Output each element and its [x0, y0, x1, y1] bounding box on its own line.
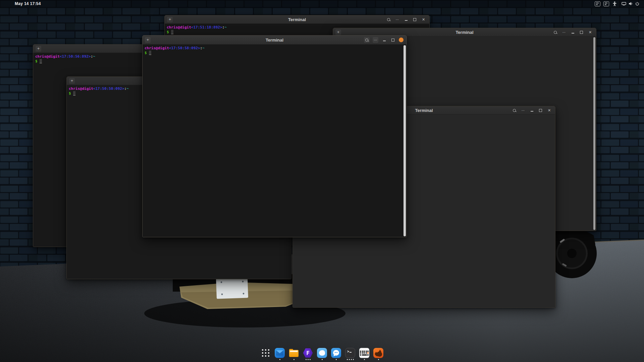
search-icon[interactable]: [512, 108, 517, 113]
dock-item-terminal[interactable]: >: [345, 348, 356, 361]
running-indicator: [306, 359, 311, 361]
terminal-content[interactable]: chris@digit<17:50:58:092>:~ $ _: [143, 45, 407, 237]
close-icon[interactable]: [399, 38, 404, 42]
close-icon[interactable]: ✕: [587, 29, 593, 35]
prompt-user: chris@digit: [145, 46, 169, 50]
files-icon: [289, 348, 299, 358]
running-indicator: [378, 359, 379, 361]
dock-item-fox-reader[interactable]: [373, 348, 384, 361]
prompt-symbol: $: [69, 91, 71, 96]
dock-item-chat[interactable]: [331, 348, 341, 361]
titlebar[interactable]: + Terminal ⋯ ✕: [165, 15, 429, 24]
search-icon[interactable]: [386, 17, 391, 22]
freetube-icon: F: [303, 348, 313, 358]
show-apps-icon: [261, 348, 271, 358]
fox-reader-icon: [373, 348, 383, 358]
prompt-path: ~: [93, 54, 95, 59]
dock-item-show-apps[interactable]: [260, 348, 271, 361]
keyboard-layout-icon[interactable]: [595, 1, 600, 6]
new-tab-button[interactable]: +: [36, 46, 41, 52]
minimize-icon[interactable]: [403, 17, 409, 22]
prompt-symbol: $: [35, 59, 38, 63]
close-icon[interactable]: ✕: [546, 108, 552, 113]
prompt-time: <17:51:18:892>: [191, 25, 222, 29]
menu-icon[interactable]: ⋯: [373, 37, 378, 43]
network-icon: [622, 2, 626, 6]
minimize-icon[interactable]: [529, 108, 535, 113]
new-tab-button[interactable]: +: [69, 78, 75, 84]
prompt-user: chris@digit: [69, 86, 93, 91]
running-indicator: [279, 359, 280, 361]
minimize-icon[interactable]: [381, 37, 387, 43]
prompt-time: <17:50:58:092>: [169, 46, 200, 50]
search-icon[interactable]: [364, 37, 370, 43]
running-indicator: [293, 359, 294, 361]
prompt-time: <17:50:50:092>: [93, 86, 124, 91]
clock[interactable]: May 14 17:54: [15, 1, 41, 6]
mail-icon: [275, 348, 285, 358]
terminal-cursor: _: [149, 51, 151, 55]
running-indicator: [364, 359, 365, 361]
keyboard-icon: [359, 348, 369, 358]
prompt-path: ~: [126, 86, 129, 91]
menu-icon[interactable]: ⋯: [561, 29, 567, 35]
terminal-cursor: _: [40, 59, 42, 63]
system-menu[interactable]: [620, 1, 641, 6]
keyboard-layout-icon[interactable]: [603, 1, 609, 6]
scrollbar[interactable]: [404, 45, 406, 236]
terminal-icon: >: [345, 348, 355, 358]
top-bar: May 14 17:54: [0, 0, 644, 7]
scrollbar[interactable]: [593, 37, 595, 230]
volume-icon: [629, 2, 633, 6]
dock-item-cloud-notes[interactable]: [317, 348, 327, 361]
prompt-symbol: $: [145, 51, 147, 55]
close-icon[interactable]: ✕: [421, 17, 426, 22]
titlebar[interactable]: + Terminal ⋯: [143, 36, 407, 45]
power-icon: [635, 2, 639, 6]
dock: F >: [260, 348, 384, 361]
menu-icon[interactable]: ⋯: [520, 108, 526, 113]
prompt-path: ~: [224, 25, 227, 29]
chat-icon: [331, 348, 341, 358]
minimize-icon[interactable]: [570, 29, 576, 35]
dock-item-keyboard[interactable]: [359, 348, 370, 361]
maximize-icon[interactable]: [579, 29, 584, 35]
menu-icon[interactable]: ⋯: [394, 17, 400, 22]
new-tab-button[interactable]: +: [167, 17, 173, 22]
terminal-cursor: _: [73, 91, 75, 96]
prompt-time: <17:50:56:892>: [60, 54, 91, 59]
running-indicator: [336, 359, 337, 361]
terminal-window-b: + Terminal ⋯ chris@digit<17:50:58:092>:~…: [142, 35, 407, 237]
dock-item-files[interactable]: [288, 348, 299, 361]
running-indicator: [347, 359, 354, 361]
prompt-symbol: $: [167, 30, 169, 34]
maximize-icon[interactable]: [538, 108, 543, 113]
prompt-path: ~: [202, 46, 205, 50]
new-tab-button[interactable]: +: [335, 29, 341, 35]
maximize-icon[interactable]: [390, 37, 396, 43]
search-icon[interactable]: [552, 29, 558, 35]
prompt-user: chris@digit: [35, 54, 60, 59]
accessibility-icon[interactable]: [612, 1, 617, 6]
dock-item-mail[interactable]: [274, 348, 285, 361]
maximize-icon[interactable]: [412, 17, 418, 22]
prompt-user: chris@digit: [167, 25, 191, 29]
running-indicator: [322, 359, 323, 361]
system-tray: [595, 1, 641, 6]
terminal-cursor: _: [171, 30, 173, 34]
new-tab-button[interactable]: +: [145, 37, 151, 43]
dock-item-freetube[interactable]: F: [303, 348, 313, 361]
cloud-notes-icon: [317, 348, 327, 358]
